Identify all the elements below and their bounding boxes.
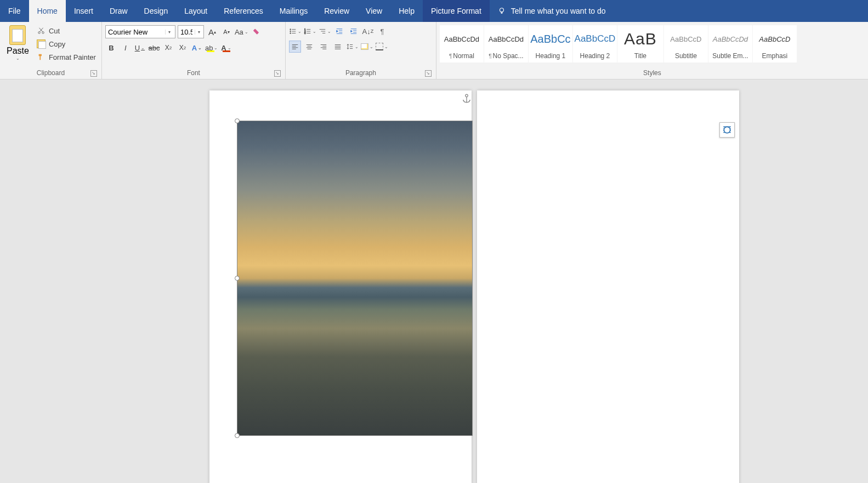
style-title[interactable]: AaB Title: [617, 25, 663, 62]
strikethrough-button[interactable]: abc: [148, 42, 160, 54]
paragraph-launcher[interactable]: ↘: [425, 70, 432, 77]
cut-icon: [37, 26, 46, 35]
style-heading-2[interactable]: AaBbCcD Heading 2: [573, 25, 617, 62]
tab-help[interactable]: Help: [390, 0, 423, 22]
svg-point-4: [290, 29, 291, 30]
font-size-dropdown-icon[interactable]: ▾: [195, 30, 203, 35]
svg-point-2: [42, 32, 44, 34]
align-right-button[interactable]: [317, 41, 330, 53]
justify-button[interactable]: [332, 41, 344, 53]
style-normal[interactable]: AaBbCcDd ¶Normal: [440, 25, 484, 62]
tab-file[interactable]: File: [0, 0, 29, 22]
document-area[interactable]: [0, 79, 868, 483]
cut-label: Cut: [49, 27, 60, 35]
font-name-combo[interactable]: ▾: [105, 25, 175, 38]
paste-dropdown-icon[interactable]: ⌄: [16, 56, 20, 61]
show-marks-button[interactable]: ¶: [376, 25, 388, 37]
menu-bar: File Home Insert Draw Design Layout Refe…: [0, 0, 868, 22]
align-center-button[interactable]: [303, 41, 315, 53]
tell-me-label: Tell me what you want to do: [511, 7, 606, 15]
superscript-button[interactable]: X2: [177, 42, 189, 54]
format-painter-button[interactable]: Format Painter: [35, 52, 98, 62]
styles-gallery[interactable]: AaBbCcDd ¶Normal AaBbCcDd ¶No Spac... Aa…: [440, 24, 797, 67]
page-2[interactable]: [477, 90, 739, 483]
svg-point-1: [38, 32, 41, 34]
ribbon: Paste ⌄ Cut Copy Format Painter Clipbo: [0, 22, 868, 79]
cut-button[interactable]: Cut: [35, 25, 98, 36]
group-font: ▾ ▾ A▴ A▾ Aa B I U abc X2 X2 A ab: [102, 22, 286, 79]
style-emphasis[interactable]: AaBbCcD Emphasi: [753, 25, 797, 62]
resize-handle-bl[interactable]: [235, 433, 240, 438]
tab-view[interactable]: View: [358, 0, 390, 22]
numbering-button[interactable]: 123: [304, 25, 316, 37]
group-clipboard: Paste ⌄ Cut Copy Format Painter Clipbo: [0, 22, 102, 79]
paragraph-group-label: Paragraph ↘: [289, 67, 433, 79]
svg-point-6: [290, 33, 291, 34]
tab-picture-format[interactable]: Picture Format: [423, 0, 490, 22]
font-name-dropdown-icon[interactable]: ▾: [165, 30, 174, 35]
tab-draw[interactable]: Draw: [101, 0, 136, 22]
highlight-button[interactable]: ab: [205, 42, 218, 54]
group-styles: AaBbCcDd ¶Normal AaBbCcDd ¶No Spac... Aa…: [436, 22, 868, 79]
tab-design[interactable]: Design: [136, 0, 177, 22]
resize-handle-ml[interactable]: [235, 276, 240, 281]
decrease-indent-button[interactable]: [333, 25, 345, 37]
tab-home[interactable]: Home: [29, 0, 66, 22]
tell-me-search[interactable]: Tell me what you want to do: [490, 0, 614, 22]
inserted-picture[interactable]: [237, 121, 473, 436]
font-launcher[interactable]: ↘: [274, 70, 281, 77]
style-no-spacing[interactable]: AaBbCcDd ¶No Spac...: [484, 25, 528, 62]
increase-indent-button[interactable]: [348, 25, 360, 37]
borders-button[interactable]: [376, 41, 388, 53]
sort-button[interactable]: A↓Z: [362, 25, 374, 37]
line-spacing-button[interactable]: [346, 41, 359, 53]
bold-button[interactable]: B: [105, 42, 117, 54]
shading-icon: [361, 43, 368, 50]
copy-button[interactable]: Copy: [35, 38, 98, 49]
style-heading-1[interactable]: AaBbCc Heading 1: [529, 25, 572, 62]
font-name-input[interactable]: [106, 28, 165, 36]
tab-review[interactable]: Review: [316, 0, 358, 22]
grow-font-button[interactable]: A▴: [206, 26, 218, 38]
layout-options-button[interactable]: [719, 122, 735, 138]
lightbulb-icon: [498, 7, 506, 15]
shrink-font-button[interactable]: A▾: [220, 26, 232, 38]
highlight-swatch-icon: [207, 50, 214, 52]
tab-references[interactable]: References: [215, 0, 271, 22]
paste-icon: [9, 25, 26, 45]
underline-button[interactable]: U: [134, 42, 146, 54]
svg-point-5: [290, 31, 291, 32]
border-icon: [376, 43, 383, 50]
paste-label: Paste: [7, 46, 29, 56]
tab-insert[interactable]: Insert: [66, 0, 101, 22]
bullets-button[interactable]: [289, 25, 302, 37]
align-left-button[interactable]: [289, 41, 301, 53]
copy-label: Copy: [49, 40, 65, 48]
font-size-combo[interactable]: ▾: [178, 25, 204, 38]
clear-formatting-button[interactable]: [251, 26, 263, 38]
shading-button[interactable]: [361, 41, 373, 53]
page-1[interactable]: [209, 90, 472, 483]
subscript-button[interactable]: X2: [162, 42, 174, 54]
font-size-input[interactable]: [178, 28, 195, 36]
group-paragraph: 123 A↓Z ¶ Paragraph ↘: [286, 22, 436, 79]
change-case-button[interactable]: Aa: [235, 26, 248, 38]
font-color-swatch-icon: [223, 50, 230, 52]
svg-point-11: [724, 127, 730, 133]
resize-handle-tl[interactable]: [235, 118, 240, 123]
text-effects-button[interactable]: A: [191, 42, 203, 54]
tab-layout[interactable]: Layout: [176, 0, 215, 22]
svg-point-10: [466, 94, 468, 97]
anchor-icon: [462, 94, 472, 104]
style-subtle-emphasis[interactable]: AaBbCcDd Subtle Em...: [708, 25, 752, 62]
svg-text:3: 3: [304, 32, 306, 35]
multilevel-list-button[interactable]: [319, 25, 331, 37]
font-color-button[interactable]: A: [220, 42, 232, 54]
clipboard-launcher[interactable]: ↘: [90, 70, 97, 77]
paste-button[interactable]: Paste ⌄: [3, 24, 32, 67]
italic-button[interactable]: I: [120, 42, 132, 54]
tab-mailings[interactable]: Mailings: [271, 0, 316, 22]
copy-icon: [37, 39, 46, 48]
styles-group-label: Styles: [440, 67, 865, 79]
style-subtitle[interactable]: AaBbCcD Subtitle: [664, 25, 708, 62]
